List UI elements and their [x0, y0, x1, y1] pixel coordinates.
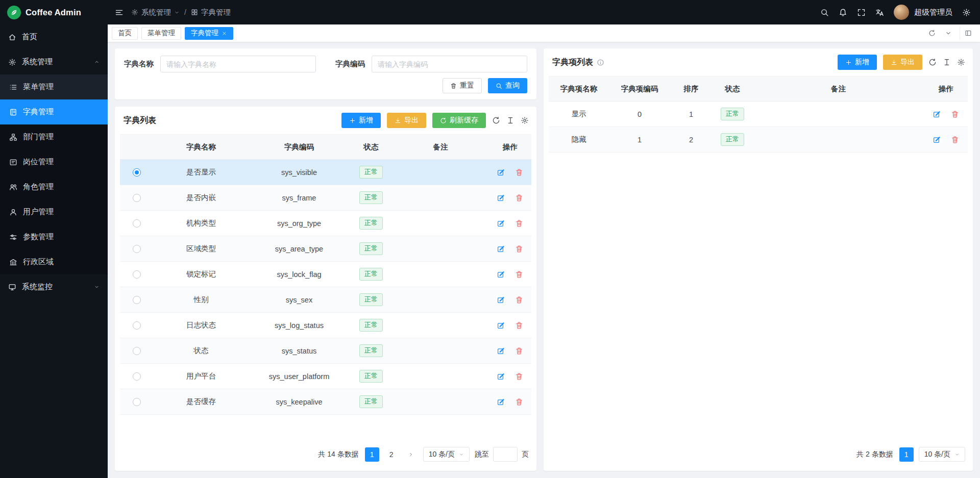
delete-icon[interactable]: [515, 194, 523, 202]
delete-icon[interactable]: [515, 168, 523, 177]
edit-icon[interactable]: [933, 110, 941, 118]
tab-options-button[interactable]: [940, 27, 957, 40]
edit-icon[interactable]: [497, 372, 505, 381]
row-radio[interactable]: [133, 398, 141, 406]
table-row[interactable]: 隐藏 1 2 正常: [549, 127, 968, 153]
dict-code-input[interactable]: [372, 56, 527, 72]
app-logo[interactable]: Coffee Admin: [0, 0, 108, 24]
density-icon[interactable]: [506, 116, 514, 124]
table-row[interactable]: 日志状态 sys_log_status 正常: [120, 313, 531, 338]
query-button[interactable]: 查询: [488, 78, 527, 93]
table-row[interactable]: 用户平台 sys_user_platform 正常: [120, 364, 531, 389]
jump-page-input[interactable]: [493, 447, 518, 462]
delete-icon[interactable]: [951, 110, 959, 118]
search-icon[interactable]: [820, 8, 829, 17]
content-fullscreen-button[interactable]: [960, 27, 976, 40]
table-row[interactable]: 是否内嵌 sys_frame 正常: [120, 185, 531, 211]
table-row[interactable]: 机构类型 sys_org_type 正常: [120, 211, 531, 236]
page-size-select[interactable]: 10 条/页: [919, 447, 965, 462]
sidebar-item-param[interactable]: 参数管理: [0, 224, 108, 249]
column-header: 备注: [393, 135, 488, 160]
row-radio[interactable]: [133, 270, 141, 279]
sidebar-item-dict[interactable]: 字典管理: [0, 99, 108, 124]
export-dict-button[interactable]: 导出: [387, 113, 426, 128]
sidebar-item-region[interactable]: 行政区域: [0, 249, 108, 274]
edit-icon[interactable]: [497, 270, 505, 279]
row-radio[interactable]: [133, 168, 141, 177]
page-button-1[interactable]: 1: [899, 447, 914, 462]
next-page-button[interactable]: [404, 447, 418, 462]
edit-icon[interactable]: [497, 168, 505, 177]
edit-icon[interactable]: [497, 245, 505, 253]
row-radio[interactable]: [133, 321, 141, 330]
column-settings-gear-icon[interactable]: [957, 58, 965, 66]
sidebar-item-dept[interactable]: 部门管理: [0, 124, 108, 149]
delete-icon[interactable]: [515, 347, 523, 355]
sidebar-item-user[interactable]: 用户管理: [0, 199, 108, 224]
tab-home[interactable]: 首页: [112, 27, 138, 40]
row-radio[interactable]: [133, 194, 141, 202]
table-row[interactable]: 区域类型 sys_area_type 正常: [120, 236, 531, 262]
edit-icon[interactable]: [497, 398, 505, 406]
close-icon[interactable]: [222, 31, 227, 36]
add-dict-item-button[interactable]: 新增: [838, 55, 877, 70]
edit-icon[interactable]: [497, 194, 505, 202]
row-radio[interactable]: [133, 372, 141, 381]
row-radio[interactable]: [133, 296, 141, 304]
edit-icon[interactable]: [497, 321, 505, 330]
edit-icon[interactable]: [933, 136, 941, 144]
delete-icon[interactable]: [515, 219, 523, 228]
table-row[interactable]: 状态 sys_status 正常: [120, 338, 531, 364]
row-radio[interactable]: [133, 219, 141, 228]
collapse-sidebar-icon[interactable]: [115, 8, 124, 17]
breadcrumb-item-system[interactable]: 系统管理: [131, 8, 180, 17]
delete-icon[interactable]: [515, 372, 523, 381]
fullscreen-icon[interactable]: [857, 8, 866, 17]
page-size-select[interactable]: 10 条/页: [423, 447, 470, 462]
translate-icon[interactable]: [875, 8, 884, 17]
row-radio[interactable]: [133, 245, 141, 253]
refresh-table-icon[interactable]: [492, 116, 500, 124]
page-button-1[interactable]: 1: [365, 447, 379, 462]
info-icon[interactable]: [597, 59, 604, 66]
table-row[interactable]: 性别 sys_sex 正常: [120, 287, 531, 313]
table-row[interactable]: 锁定标记 sys_lock_flag 正常: [120, 262, 531, 287]
sidebar-item-monitor[interactable]: 系统监控: [0, 274, 108, 299]
sidebar-item-role[interactable]: 角色管理: [0, 174, 108, 199]
username[interactable]: 超级管理员: [914, 8, 952, 17]
breadcrumb-item-dict[interactable]: 字典管理: [191, 8, 231, 17]
sidebar-item-system[interactable]: 系统管理: [0, 49, 108, 74]
delete-icon[interactable]: [515, 270, 523, 279]
refresh-table-icon[interactable]: [928, 58, 937, 66]
table-row[interactable]: 是否显示 sys_visible 正常: [120, 160, 531, 185]
tab-menu-management[interactable]: 菜单管理: [141, 27, 181, 40]
column-settings-gear-icon[interactable]: [521, 116, 529, 124]
edit-icon[interactable]: [497, 296, 505, 304]
table-row[interactable]: 显示 0 1 正常: [549, 102, 968, 127]
tab-dict-management[interactable]: 字典管理: [185, 27, 233, 40]
edit-icon[interactable]: [497, 219, 505, 228]
sidebar-item-home[interactable]: 首页: [0, 24, 108, 49]
delete-icon[interactable]: [515, 245, 523, 253]
sidebar-item-menu[interactable]: 菜单管理: [0, 74, 108, 99]
dict-name-cell: 是否内嵌: [154, 185, 249, 211]
notification-bell-icon[interactable]: [839, 8, 847, 17]
refresh-cache-button[interactable]: 刷新缓存: [432, 113, 486, 128]
delete-icon[interactable]: [515, 398, 523, 406]
add-dict-button[interactable]: 新增: [341, 113, 381, 128]
refresh-page-button[interactable]: [924, 27, 940, 40]
delete-icon[interactable]: [951, 136, 959, 144]
row-radio[interactable]: [133, 347, 141, 355]
density-icon[interactable]: [943, 58, 951, 66]
dict-name-input[interactable]: [160, 56, 316, 72]
settings-gear-icon[interactable]: [962, 8, 971, 17]
reset-button[interactable]: 重置: [443, 78, 482, 93]
delete-icon[interactable]: [515, 321, 523, 330]
export-dict-item-button[interactable]: 导出: [883, 55, 922, 70]
edit-icon[interactable]: [497, 347, 505, 355]
user-avatar[interactable]: [894, 5, 909, 20]
delete-icon[interactable]: [515, 296, 523, 304]
page-button-2[interactable]: 2: [384, 447, 399, 462]
table-row[interactable]: 是否缓存 sys_keepalive 正常: [120, 389, 531, 415]
sidebar-item-post[interactable]: 岗位管理: [0, 149, 108, 174]
